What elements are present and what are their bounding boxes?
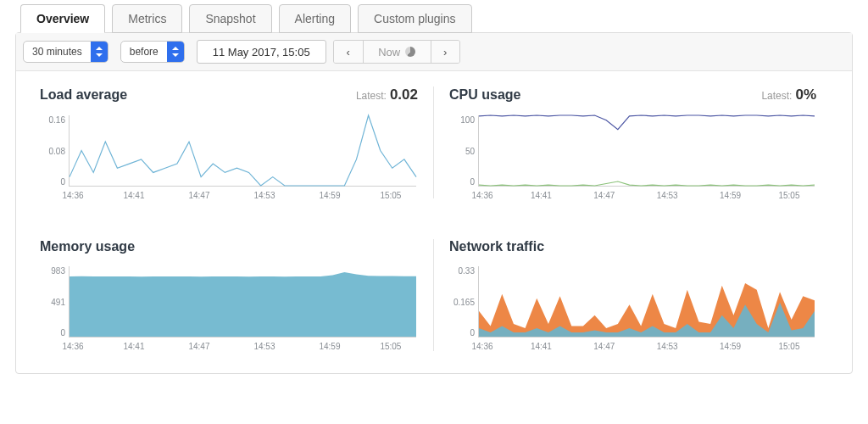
chevron-right-icon: ›: [443, 46, 447, 59]
chart-load: Load averageLatest:0.020.160.08014:3614:…: [36, 86, 434, 198]
plot-area: [478, 115, 815, 187]
series-used: [479, 181, 815, 186]
range-select-value: 30 minutes: [24, 42, 91, 62]
time-nav: ‹ Now ›: [333, 40, 460, 64]
latest-label: Latest:0%: [761, 86, 816, 103]
latest-label: Latest:0.02: [356, 86, 418, 103]
tab-overview[interactable]: Overview: [20, 4, 105, 33]
next-button[interactable]: ›: [431, 41, 459, 63]
y-axis: 100500: [449, 115, 475, 187]
chart-title: Memory usage: [40, 239, 135, 254]
dropdown-stepper-icon: [91, 42, 108, 62]
x-axis: 14:3614:4114:4714:5314:5915:05: [478, 342, 815, 351]
y-axis: 0.160.080: [40, 115, 65, 187]
charts-grid: Load averageLatest:0.020.160.08014:3614:…: [16, 71, 852, 373]
direction-select-value: before: [121, 42, 167, 62]
dropdown-stepper-icon: [167, 42, 184, 62]
chart-cpu: CPU usageLatest:0%10050014:3614:4114:471…: [434, 86, 832, 198]
x-axis: 14:3614:4114:4714:5314:5915:05: [478, 191, 815, 200]
chart-title: CPU usage: [449, 87, 520, 103]
tab-alerting[interactable]: Alerting: [279, 4, 351, 33]
chevron-left-icon: ‹: [346, 46, 349, 59]
chart-mem: Memory usage983491014:3614:4114:4714:531…: [36, 239, 434, 351]
now-button[interactable]: Now: [363, 41, 431, 63]
y-axis: 0.330.1650: [449, 266, 475, 338]
tabs: OverviewMetricsSnapshotAlertingCustom pl…: [0, 0, 868, 32]
chart-net: Network traffic0.330.165014:3614:4114:47…: [434, 239, 832, 351]
series-load1: [70, 115, 416, 186]
x-axis: 14:3614:4114:4714:5314:5915:05: [69, 342, 416, 351]
x-axis: 14:3614:4114:4714:5314:5915:05: [69, 191, 416, 200]
tab-metrics[interactable]: Metrics: [112, 4, 182, 33]
plot-area: [69, 266, 416, 338]
datetime-display[interactable]: 11 May 2017, 15:05: [197, 40, 326, 64]
time-toolbar: 30 minutes before 11 May 2017, 15:05 ‹ N…: [16, 33, 852, 71]
series-used: [70, 272, 416, 337]
range-select[interactable]: 30 minutes: [23, 41, 108, 63]
panel: 30 minutes before 11 May 2017, 15:05 ‹ N…: [15, 32, 853, 374]
chart-title: Network traffic: [449, 239, 544, 254]
series-idle: [479, 115, 815, 130]
y-axis: 9834910: [40, 266, 65, 338]
tab-custom-plugins[interactable]: Custom plugins: [358, 4, 472, 33]
chart-title: Load average: [40, 87, 127, 103]
prev-button[interactable]: ‹: [334, 41, 363, 63]
now-label: Now: [378, 46, 400, 59]
series-out: [479, 283, 815, 337]
tab-snapshot[interactable]: Snapshot: [189, 4, 271, 33]
direction-select[interactable]: before: [120, 41, 185, 63]
plot-area: [69, 115, 416, 187]
plot-area: [478, 266, 815, 338]
loading-icon: [405, 47, 415, 57]
